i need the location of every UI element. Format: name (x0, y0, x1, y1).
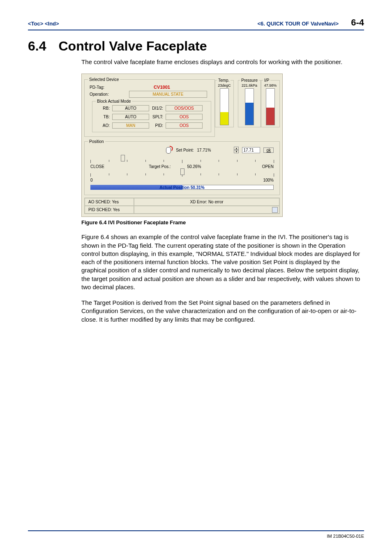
open-label: OPEN (262, 164, 274, 169)
splt-button[interactable]: OOS (166, 114, 203, 120)
splt-label: SPLT: (149, 115, 166, 119)
setpoint-label: Set Point: (176, 148, 194, 152)
ip-value: 47.98% (263, 83, 278, 88)
faceplate-frame: Selected Device PD-Tag: CV1001 Operation… (81, 74, 283, 217)
temp-value: 23degC (217, 83, 232, 88)
pressure-gauge: Pressure 221.6kPa (238, 78, 261, 127)
pdtag-label: PD-Tag: (88, 85, 113, 90)
target-slider (90, 170, 274, 177)
body-para-1: Figure 6.4 shows an example of the contr… (81, 233, 364, 291)
selected-device-legend: Selected Device (88, 77, 120, 82)
pid-label: PID: (149, 123, 166, 128)
pressure-value: 221.6kPa (240, 83, 259, 88)
block-mode-legend: Block Actual Mode (96, 99, 132, 104)
page-number: 6-4 (351, 17, 364, 28)
expand-icon[interactable] (272, 207, 278, 213)
footer-rule (28, 530, 364, 531)
hundred-label: 100% (263, 178, 274, 182)
section-link[interactable]: <6. QUICK TOUR OF ValveNavi> (257, 21, 339, 27)
setpoint-slider[interactable] (90, 156, 274, 164)
page-header: <Toc> <Ind> <6. QUICK TOUR OF ValveNavi>… (28, 17, 364, 30)
target-label: Target Pos.: (149, 164, 171, 169)
actual-position-bar: Actual Position 50.31% (90, 184, 274, 191)
setpoint-input[interactable] (242, 147, 260, 153)
ip-gauge: I/P 47.98% (261, 78, 280, 127)
pid-button[interactable]: OOS (166, 122, 203, 129)
position-group: Position Set Point: 17.71% ▲ ▼ ok CLOSE (84, 139, 280, 195)
operation-label: Operation: (88, 92, 113, 97)
xd-error: XD Error: No error (134, 198, 279, 206)
body-para-2: The Target Position is derived from the … (81, 299, 364, 324)
close-label: CLOSE (90, 164, 104, 169)
footer-docid: IM 21B04C50-01E (327, 534, 364, 539)
operation-button[interactable]: MANUAL STATE (129, 91, 207, 98)
target-thumb (180, 168, 184, 175)
intro-paragraph: The control valve faceplate frame enclos… (81, 58, 364, 66)
target-value: 50.26% (187, 164, 201, 169)
temp-legend: Temp. (217, 78, 231, 83)
setpoint-up[interactable]: ▲ (234, 147, 239, 150)
ao-button[interactable]: MAN (112, 122, 149, 129)
actual-position-label: Actual Position 50.31% (90, 185, 274, 190)
setpoint-thumb[interactable] (121, 155, 125, 161)
setpoint-value: 17.71% (197, 148, 211, 152)
di-label: DI1/2: (149, 106, 166, 111)
mouse-icon (164, 146, 173, 154)
status-grid: AO SCHED: Yes XD Error: No error PID SCH… (84, 198, 280, 214)
selected-device-group: Selected Device PD-Tag: CV1001 Operation… (84, 77, 215, 137)
ao-sched: AO SCHED: Yes (85, 198, 134, 206)
section-title: 6.4 Control Valve Faceplate (28, 39, 364, 54)
block-mode-group: Block Actual Mode RB: AUTO DI1/2: OOS/OO… (92, 99, 211, 132)
rb-button[interactable]: AUTO (112, 105, 149, 111)
tb-label: TB: (96, 115, 112, 119)
rb-label: RB: (96, 106, 112, 111)
tb-button[interactable]: AUTO (112, 114, 149, 120)
ip-legend: I/P (263, 78, 270, 83)
di-button[interactable]: OOS/OOS (166, 105, 203, 111)
figure-caption: Figure 6.4 IVI Positioner Faceplate Fram… (81, 219, 364, 226)
pressure-legend: Pressure (240, 78, 259, 83)
setpoint-down[interactable]: ▼ (234, 150, 239, 153)
zero-label: 0 (90, 178, 93, 182)
position-legend: Position (88, 139, 105, 144)
status-empty (134, 206, 279, 214)
pdtag-value: CV1001 (113, 85, 211, 90)
pid-sched: PID SCHED: Yes (85, 206, 134, 214)
section-number: 6.4 (28, 39, 46, 54)
index-link[interactable]: <Ind> (45, 21, 59, 27)
section-heading: Control Valve Faceplate (58, 39, 207, 54)
toc-link[interactable]: <Toc> (28, 21, 43, 27)
temp-gauge: Temp. 23degC (215, 78, 234, 127)
ok-button[interactable]: ok (263, 147, 274, 153)
ao-label: AO: (96, 123, 112, 128)
